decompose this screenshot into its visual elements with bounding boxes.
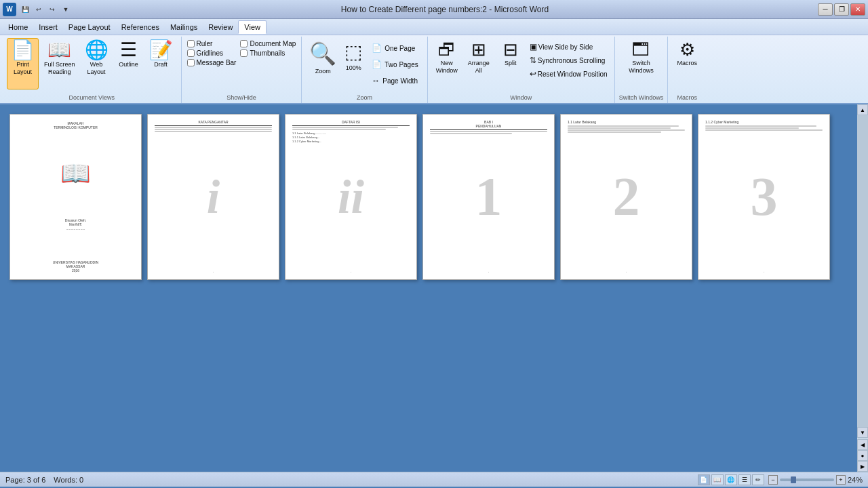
menu-insert[interactable]: Insert <box>33 20 63 34</box>
zoom-100-icon: ⬚ <box>344 41 362 63</box>
status-draft-btn[interactable]: ✏ <box>752 474 764 485</box>
print-layout-icon: 📄 <box>11 41 35 60</box>
show-hide-right: Document Map Thumbnails <box>239 38 297 58</box>
zoom-slider[interactable]: − + 24% <box>768 475 863 485</box>
page-cover[interactable]: MAKALAHTERMINOLOGI KOMPUTER 📖 Disusun Ol… <box>9 114 142 280</box>
ruler-checkbox-row[interactable]: Ruler <box>186 39 238 48</box>
thumbnails-checkbox-row[interactable]: Thumbnails <box>239 49 297 58</box>
undo-quick-btn[interactable]: ↩ <box>33 4 45 15</box>
reset-window-position-button[interactable]: ↩ Reset Window Position <box>527 68 610 80</box>
arrange-all-button[interactable]: ⊞ ArrangeAll <box>464 38 494 89</box>
one-page-button[interactable]: 📄 One Page <box>367 41 422 56</box>
outline-icon: ☰ <box>120 41 137 60</box>
main-content: MAKALAHTERMINOLOGI KOMPUTER 📖 Disusun Ol… <box>0 104 868 472</box>
view-mode-buttons: 📄 📖 🌐 ☰ ✏ <box>698 474 764 485</box>
page-2[interactable]: 1.1 Latar Belakang 2 · <box>560 114 692 280</box>
menu-bar: Home Insert Page Layout References Maili… <box>0 19 868 35</box>
menu-view[interactable]: View <box>238 20 267 34</box>
page-1-dot: · <box>488 269 489 275</box>
view-side-by-side-button[interactable]: ▣ View Side by Side <box>527 41 610 53</box>
outline-button[interactable]: ☰ Outline <box>114 38 144 89</box>
scroll-track[interactable] <box>857 115 868 427</box>
draft-button[interactable]: 📝 Draft <box>145 38 177 89</box>
page-width-button[interactable]: ↔ Page Width <box>367 73 422 88</box>
synchronous-scrolling-button[interactable]: ⇅ Synchronous Scrolling <box>527 54 610 66</box>
web-layout-button[interactable]: 🌐 WebLayout <box>81 38 113 89</box>
zoom-100-button[interactable]: ⬚ 100% <box>341 38 366 89</box>
restore-button[interactable]: ❐ <box>834 3 849 16</box>
one-page-icon: 📄 <box>372 43 382 53</box>
full-screen-reading-button[interactable]: 📖 Full ScreenReading <box>40 38 79 89</box>
scroll-down-button[interactable]: ▼ <box>857 427 868 438</box>
scroll-prev-page-button[interactable]: ◀ <box>857 439 868 450</box>
split-button[interactable]: ⊟ Split <box>496 38 526 89</box>
page-width-icon: ↔ <box>372 76 380 85</box>
switch-windows-icon: 🗔 <box>632 41 650 58</box>
page-1[interactable]: BAB IPENDAHULUAN 1 · <box>422 114 555 280</box>
gridlines-checkbox-row[interactable]: Gridlines <box>186 49 238 58</box>
redo-quick-btn[interactable]: ↪ <box>46 4 58 15</box>
status-print-layout-btn[interactable]: 📄 <box>698 474 710 485</box>
message-bar-checkbox-row[interactable]: Message Bar <box>186 58 238 67</box>
status-web-layout-btn[interactable]: 🌐 <box>725 474 737 485</box>
document-map-checkbox[interactable] <box>240 40 248 47</box>
zoom-out-button[interactable]: − <box>768 475 778 485</box>
scroll-next-page-button[interactable]: ▶ <box>857 461 868 472</box>
zoom-100-label: 100% <box>346 64 361 71</box>
zoom-thumb[interactable] <box>791 476 796 483</box>
switch-windows-group-label: Switch Windows <box>619 93 664 103</box>
full-screen-label: Full ScreenReading <box>44 61 75 76</box>
zoom-track[interactable] <box>780 479 834 481</box>
window-controls: ─ ❐ ✕ <box>818 3 865 16</box>
thumbnails-label: Thumbnails <box>250 49 285 57</box>
page-roman-ii[interactable]: DAFTAR ISI 1.1 Latar Belakang...........… <box>285 114 417 280</box>
cover-page-dot: · <box>75 269 76 275</box>
menu-home[interactable]: Home <box>3 20 33 34</box>
gridlines-checkbox[interactable] <box>187 49 195 57</box>
macros-group-label: Macros <box>672 93 702 103</box>
sync-scrolling-label: Synchronous Scrolling <box>538 57 606 64</box>
view-side-by-side-icon: ▣ <box>530 42 537 52</box>
menu-page-layout[interactable]: Page Layout <box>63 20 116 34</box>
menu-mailings[interactable]: Mailings <box>165 20 203 34</box>
scroll-select-browse-button[interactable]: ● <box>857 450 868 461</box>
new-window-icon: 🗗 <box>438 41 456 58</box>
ruler-checkbox[interactable] <box>187 40 195 47</box>
thumbnails-checkbox[interactable] <box>240 49 248 57</box>
vertical-scrollbar[interactable]: ▲ ▼ ◀ ● ▶ <box>857 104 868 472</box>
page-2-content: 1.1 Latar Belakang <box>568 120 685 134</box>
document-map-checkbox-row[interactable]: Document Map <box>239 39 297 48</box>
scroll-up-button[interactable]: ▲ <box>857 104 868 115</box>
save-quick-btn[interactable]: 💾 <box>19 4 31 15</box>
draft-icon: 📝 <box>149 41 173 60</box>
print-layout-button[interactable]: 📄 PrintLayout <box>7 38 39 89</box>
page-ii-content: DAFTAR ISI 1.1 Latar Belakang...........… <box>292 120 410 143</box>
web-layout-label: WebLayout <box>87 61 106 76</box>
new-window-button[interactable]: 🗗 NewWindow <box>432 38 462 89</box>
window-row-btns: ▣ View Side by Side ⇅ Synchronous Scroll… <box>527 38 610 80</box>
menu-references[interactable]: References <box>116 20 165 34</box>
zoom-button[interactable]: 🔍 Zoom <box>306 38 340 89</box>
minimize-button[interactable]: ─ <box>818 3 833 16</box>
zoom-in-button[interactable]: + <box>836 475 846 485</box>
title-bar-left: W 💾 ↩ ↪ ▼ <box>3 3 72 16</box>
ribbon-group-switch-windows: 🗔 SwitchWindows Switch Windows <box>615 37 669 103</box>
ribbon-group-document-views: 📄 PrintLayout 📖 Full ScreenReading 🌐 Web… <box>3 37 182 103</box>
message-bar-checkbox[interactable] <box>187 59 195 66</box>
status-full-screen-btn[interactable]: 📖 <box>711 474 724 485</box>
zoom-icon: 🔍 <box>309 41 336 66</box>
status-outline-btn[interactable]: ☰ <box>738 474 751 485</box>
two-pages-label: Two Pages <box>384 61 418 68</box>
page-roman-i[interactable]: KATA PENGANTAR i · <box>147 114 279 280</box>
page-2-dot: · <box>625 269 627 275</box>
menu-review[interactable]: Review <box>203 20 238 34</box>
macros-button[interactable]: ⚙ Macros <box>672 38 702 89</box>
page-3[interactable]: 1.1.2 Cyber Marketing 3 · <box>698 114 830 280</box>
page-width-label: Page Width <box>382 77 418 85</box>
zoom-group-label: Zoom <box>306 93 422 103</box>
window-title: How to Create Different page numbers:2 -… <box>72 5 818 14</box>
close-button[interactable]: ✕ <box>850 3 865 16</box>
two-pages-button[interactable]: 📄 Two Pages <box>367 57 422 72</box>
customize-quick-btn[interactable]: ▼ <box>60 4 72 15</box>
switch-windows-button[interactable]: 🗔 SwitchWindows <box>625 38 658 89</box>
